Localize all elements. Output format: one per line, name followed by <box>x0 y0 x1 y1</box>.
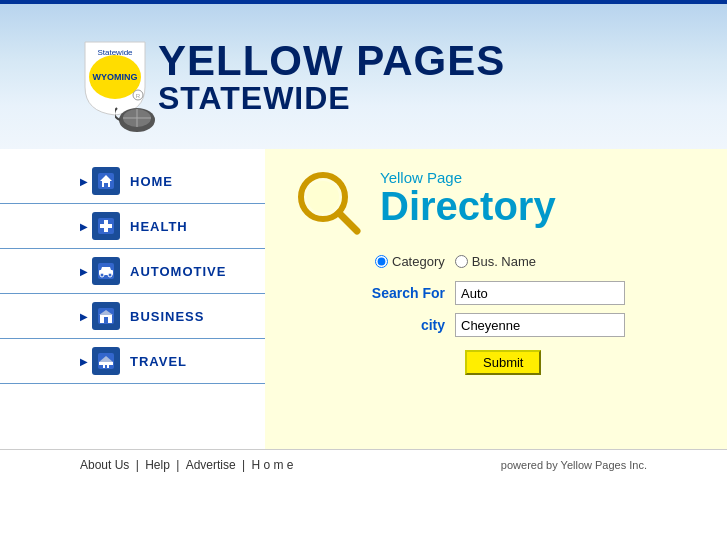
sidebar-item-automotive[interactable]: ▶ AUTOMOTIVE <box>0 249 265 294</box>
content-area: Yellow Page Directory Category Bus. Name… <box>265 149 727 449</box>
footer-home[interactable]: H o m e <box>251 458 293 472</box>
footer-advertise[interactable]: Advertise <box>186 458 236 472</box>
travel-label: TRAVEL <box>130 354 187 369</box>
footer: About Us | Help | Advertise | H o m e po… <box>0 449 727 480</box>
search-for-input[interactable] <box>455 281 625 305</box>
category-label: Category <box>392 254 445 269</box>
svg-rect-22 <box>104 317 108 323</box>
automotive-icon-box <box>92 257 120 285</box>
svg-text:R: R <box>136 93 141 99</box>
svg-text:WYOMING: WYOMING <box>93 72 138 82</box>
footer-help[interactable]: Help <box>145 458 170 472</box>
travel-icon <box>97 352 115 370</box>
city-input[interactable] <box>455 313 625 337</box>
svg-marker-16 <box>101 267 111 270</box>
logo-title: YELLOW PAGES <box>158 40 505 82</box>
health-label: HEALTH <box>130 219 188 234</box>
svg-rect-13 <box>100 224 112 228</box>
business-label: BUSINESS <box>130 309 204 324</box>
footer-sep-1: | <box>136 458 142 472</box>
category-radio[interactable] <box>375 255 388 268</box>
home-label: HOME <box>130 174 173 189</box>
sidebar-item-health[interactable]: ▶ HEALTH <box>0 204 265 249</box>
busname-radio-label[interactable]: Bus. Name <box>455 254 536 269</box>
svg-point-29 <box>307 181 339 213</box>
arrow-icon: ▶ <box>80 266 88 277</box>
home-icon-box <box>92 167 120 195</box>
busname-radio[interactable] <box>455 255 468 268</box>
category-radio-label[interactable]: Category <box>375 254 445 269</box>
footer-powered: powered by Yellow Pages Inc. <box>501 459 647 471</box>
footer-sep-2: | <box>176 458 182 472</box>
dir-title-block: Yellow Page Directory <box>380 169 556 226</box>
health-icon-box <box>92 212 120 240</box>
mouse-icon <box>115 105 160 139</box>
main-content: ▶ HOME ▶ HEALTH ▶ <box>0 149 727 449</box>
svg-point-18 <box>108 273 112 277</box>
business-icon <box>97 307 115 325</box>
arrow-icon: ▶ <box>80 176 88 187</box>
svg-text:Statewide: Statewide <box>97 48 133 57</box>
automotive-label: AUTOMOTIVE <box>130 264 226 279</box>
svg-line-30 <box>339 213 357 231</box>
footer-sep-3: | <box>242 458 248 472</box>
city-label: city <box>355 317 445 333</box>
sidebar-item-home[interactable]: ▶ HOME <box>0 159 265 204</box>
svg-rect-24 <box>99 362 113 365</box>
footer-links: About Us | Help | Advertise | H o m e <box>80 458 293 472</box>
automotive-icon <box>97 262 115 280</box>
logo-text-area: YELLOW PAGES Statewide <box>158 40 505 114</box>
logo-subtitle: Statewide <box>158 82 505 114</box>
svg-rect-27 <box>107 365 109 368</box>
svg-point-17 <box>100 273 104 277</box>
home-icon <box>97 172 115 190</box>
svg-rect-26 <box>103 365 105 368</box>
footer-about[interactable]: About Us <box>80 458 129 472</box>
arrow-icon: ▶ <box>80 356 88 367</box>
search-for-label: Search For <box>355 285 445 301</box>
travel-icon-box <box>92 347 120 375</box>
header: WYOMING Statewide R YELLOW PAGES Statewi… <box>0 4 727 149</box>
sidebar-item-travel[interactable]: ▶ TRAVEL <box>0 339 265 384</box>
health-icon <box>97 217 115 235</box>
search-form: Search For city Submit <box>355 281 697 375</box>
arrow-icon: ▶ <box>80 311 88 322</box>
arrow-icon: ▶ <box>80 221 88 232</box>
magnifier-icon <box>295 169 365 239</box>
dir-title: Directory <box>380 186 556 226</box>
sidebar-item-business[interactable]: ▶ BUSINESS <box>0 294 265 339</box>
sidebar: ▶ HOME ▶ HEALTH ▶ <box>0 149 265 449</box>
search-options: Category Bus. Name <box>375 254 697 269</box>
submit-button[interactable]: Submit <box>465 350 541 375</box>
directory-header: Yellow Page Directory <box>295 169 697 239</box>
business-icon-box <box>92 302 120 330</box>
busname-label: Bus. Name <box>472 254 536 269</box>
